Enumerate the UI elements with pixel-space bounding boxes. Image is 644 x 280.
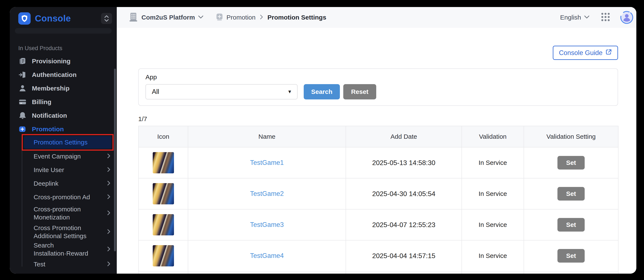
col-header-date: Add Date	[346, 126, 462, 147]
main-area: Com2uS Platform Promotion Promotion Sett…	[117, 7, 636, 274]
chevron-right-icon	[107, 153, 110, 160]
sidebar-item-label: Membership	[32, 85, 70, 92]
sidebar-item-label: Billing	[32, 98, 52, 106]
sidebar-scrollbar[interactable]	[114, 69, 116, 251]
game-name-link[interactable]: TestGame1	[250, 159, 284, 166]
breadcrumb-page: Promotion Settings	[267, 14, 326, 21]
sidebar: Console In Used Products ProvisioningAut…	[10, 7, 117, 274]
chevron-right-icon	[107, 194, 110, 200]
set-button[interactable]: Set	[558, 218, 585, 232]
sidebar-item-authentication[interactable]: Authentication	[10, 68, 117, 82]
sidebar-item-notification[interactable]: Notification	[10, 109, 117, 122]
workspace-selector[interactable]: Com2uS Platform	[142, 14, 195, 21]
bell-icon	[18, 111, 27, 120]
sidebar-subitem-label: Cross-promotion Ad	[34, 193, 90, 201]
language-selector[interactable]: English	[560, 14, 581, 21]
console-guide-label: Console Guide	[559, 49, 602, 57]
sidebar-submenu: Promotion SettingsEvent CampaignInvite U…	[10, 136, 117, 271]
sidebar-subitem-cross-promotion-monetization[interactable]: Cross-promotion Monetization	[10, 204, 117, 223]
col-header-icon: Icon	[138, 126, 188, 147]
validation-status: In Service	[478, 190, 507, 197]
sidebar-item-provisioning[interactable]: Provisioning	[10, 54, 117, 68]
login-icon	[18, 70, 27, 79]
document-icon	[18, 57, 27, 65]
filter-card: App All ▼ Search Reset	[138, 68, 618, 106]
set-button[interactable]: Set	[558, 187, 585, 201]
sidebar-item-label: Provisioning	[32, 57, 70, 65]
card-icon	[18, 98, 27, 106]
sidebar-subitem-label: Invite User	[34, 166, 64, 174]
sidebar-subitem-label: Deeplink	[34, 180, 58, 188]
sidebar-indent-guide	[22, 149, 22, 267]
promo-icon	[18, 125, 27, 133]
sidebar-item-membership[interactable]: Membership	[10, 82, 117, 95]
console-logo-icon	[18, 12, 31, 25]
sidebar-item-label: Notification	[32, 112, 67, 119]
sidebar-item-label: Authentication	[32, 71, 76, 78]
sidebar-section-label: In Used Products	[18, 45, 117, 52]
sidebar-item-promotion[interactable]: Promotion	[10, 122, 117, 136]
breadcrumb-product[interactable]: Promotion	[226, 14, 256, 21]
table-row: TestGame42025-04-04 14:57:15In ServiceSe…	[138, 240, 618, 271]
game-name-link[interactable]: TestGame3	[250, 221, 284, 228]
sidebar-collapsed-bar	[15, 28, 112, 33]
person-icon	[18, 84, 27, 93]
breadcrumb-separator	[260, 14, 263, 20]
sidebar-subitem-test[interactable]: Test	[10, 258, 117, 271]
search-button[interactable]: Search	[304, 84, 340, 99]
col-header-name: Name	[188, 126, 346, 147]
sidebar-subitem-search-installation-reward[interactable]: Search Installation·Reward	[10, 241, 117, 258]
app-window: Console In Used Products ProvisioningAut…	[10, 7, 636, 274]
user-avatar[interactable]	[620, 11, 633, 24]
table-row: TestGame12025-05-13 14:58:30In ServiceSe…	[138, 147, 618, 178]
sidebar-subitem-deeplink[interactable]: Deeplink	[10, 177, 117, 190]
workspace-toggle-button[interactable]	[101, 13, 112, 24]
language-chevron-down-icon[interactable]	[584, 15, 590, 19]
sidebar-subitem-label: Event Campaign	[34, 152, 81, 160]
table-header-row: Icon Name Add Date Validation Validation…	[138, 126, 618, 147]
sidebar-menu: ProvisioningAuthenticationMembershipBill…	[10, 54, 117, 136]
set-button[interactable]: Set	[558, 249, 585, 263]
sidebar-subitem-promotion-settings[interactable]: Promotion Settings	[24, 136, 112, 149]
sidebar-item-billing[interactable]: Billing	[10, 95, 117, 109]
reset-button[interactable]: Reset	[343, 84, 376, 99]
chevron-right-icon	[107, 246, 110, 253]
sidebar-subitem-label: Search Installation·Reward	[34, 241, 104, 258]
game-name-link[interactable]: TestGame4	[250, 252, 284, 259]
chevron-right-icon	[107, 261, 110, 268]
sidebar-subitem-cross-promotion-additional-settings[interactable]: Cross Promotion Additional Settings	[10, 223, 117, 241]
topbar: Com2uS Platform Promotion Promotion Sett…	[117, 7, 636, 28]
game-name-link[interactable]: TestGame2	[250, 190, 284, 197]
table-row-partial	[138, 271, 618, 274]
content-area: Console Guide App All ▼ Search Reset 1/7	[117, 28, 636, 274]
app-launcher-icon[interactable]	[600, 12, 610, 23]
chevron-right-icon	[107, 210, 110, 217]
chevron-right-icon	[107, 229, 110, 235]
chevron-right-icon	[107, 180, 110, 187]
game-icon	[153, 214, 174, 235]
sidebar-subitem-event-campaign[interactable]: Event Campaign	[10, 150, 117, 163]
chevron-down-icon[interactable]	[198, 15, 204, 19]
sidebar-subitem-label: Cross-promotion Monetization	[34, 205, 104, 221]
add-date: 2025-04-04 14:57:15	[372, 252, 435, 260]
console-guide-button[interactable]: Console Guide	[553, 46, 618, 60]
col-header-validation: Validation	[462, 126, 524, 147]
page-indicator: 1/7	[138, 116, 618, 122]
add-date: 2025-04-07 12:55:23	[372, 221, 435, 229]
select-caret-icon: ▼	[287, 89, 292, 94]
sidebar-header: Console	[10, 7, 117, 25]
sidebar-subitem-cross-promotion-ad[interactable]: Cross-promotion Ad	[10, 190, 117, 204]
set-button[interactable]: Set	[558, 156, 585, 170]
validation-status: In Service	[478, 221, 507, 228]
sidebar-item-label: Promotion	[32, 126, 64, 133]
game-icon	[153, 183, 174, 204]
add-date: 2025-04-30 14:05:54	[372, 190, 435, 198]
sidebar-subitem-label: Test	[34, 260, 45, 268]
app-filter-label: App	[146, 73, 611, 81]
app-select[interactable]: All ▼	[146, 84, 298, 99]
promotion-product-icon	[216, 13, 224, 22]
sidebar-subitem-label: Cross Promotion Additional Settings	[34, 224, 104, 240]
sidebar-subitem-invite-user[interactable]: Invite User	[10, 163, 117, 177]
col-header-setting: Validation Setting	[524, 126, 618, 147]
console-logo-text: Console	[35, 13, 71, 23]
